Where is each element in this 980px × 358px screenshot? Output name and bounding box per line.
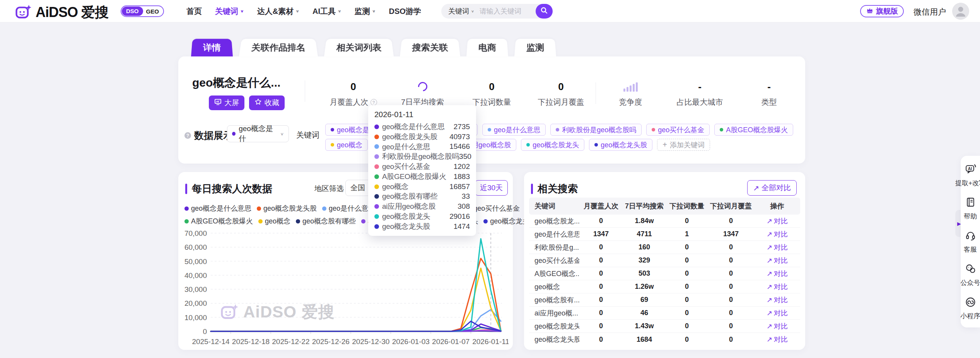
tab-4[interactable]: 电商 [466,39,508,56]
tooltip-row: geo概念股龙头股40973 [374,132,470,142]
big-screen-button[interactable]: 大屏 [209,95,244,110]
keyword-tag[interactable]: geo是什么意思 [482,124,546,136]
nav-item-label: 监测 [355,6,370,17]
search-category-select[interactable]: 关键词∨ [448,7,474,16]
tooltip-series-value: 308 [458,202,470,211]
compare-link[interactable]: ↗对比 [754,269,800,278]
tab-2[interactable]: 相关词列表 [324,39,394,56]
svg-text:2025-12-22: 2025-12-22 [272,338,309,346]
tooltip-color-dot [374,184,379,189]
legend-item[interactable]: geo概念股龙头股 [257,204,317,213]
legend-item[interactable]: geo是什么意思 [322,204,375,213]
legend-item[interactable]: geo概念股有哪些 [296,217,356,226]
keyword-tag-label: A股GEO概念股爆火 [726,125,788,135]
stat-4: 竞争度 [596,79,665,107]
tooltip-color-dot [374,194,379,199]
help-icon [965,197,976,210]
svg-text:40,000: 40,000 [184,271,207,280]
selector-value: geo概念是什 [239,124,277,144]
search-input[interactable]: 请输入关键词 [480,7,521,16]
compare-link[interactable]: ↗对比 [754,309,800,318]
row-keyword: ai应用geo概... [529,309,579,318]
nav-item-5[interactable]: DSO游学 [389,6,421,17]
svg-text:20,000: 20,000 [184,299,207,307]
favorite-button[interactable]: 收藏 [249,95,285,110]
stat-value: - [665,79,734,94]
compare-link[interactable]: ↗对比 [754,230,800,239]
related-search-table: 关键词月覆盖人次7日平均搜索下拉词数量下拉词月覆盖操作 geo概念股龙...01… [529,198,800,346]
nav-item-2[interactable]: 达人&素材∨ [257,6,299,17]
compare-link[interactable]: ↗对比 [754,322,800,331]
row-value: 0 [666,243,708,251]
daily-search-line-chart[interactable]: 010,00020,00030,00040,00050,00060,00070,… [182,230,509,346]
keyword-tag[interactable]: geo概念 [325,139,368,151]
nav-item-3[interactable]: AI工具∨ [312,6,341,17]
sidebar-item-label: 帮助 [964,212,977,221]
tab-0[interactable]: 详情 [191,39,233,56]
sidebar-item-4[interactable]: 小程序 [961,297,980,320]
dso-geo-badge: DSO GEO [121,5,164,17]
keyword-tag[interactable]: 利欧股份是geo概念股吗 [550,124,642,136]
sidebar-item-0[interactable]: AI提取+改写 [955,164,980,188]
stat-value: 0 [457,79,526,94]
compare-all-button[interactable]: ↗ 全部对比 [747,180,797,196]
legend-item[interactable]: A股GEO概念股爆火 [184,217,253,226]
row-keyword: geo概念股有... [529,295,579,305]
tab-1[interactable]: 关联作品排名 [239,39,318,56]
info-icon: ? [184,132,191,139]
keyword-search-bar[interactable]: 关键词∨ 请输入关键词 [441,4,553,19]
nav-item-0[interactable]: 首页 [186,6,202,17]
vip-plan-button[interactable]: 旗舰版 [860,5,904,17]
tag-color-dot [556,128,559,131]
row-value: 0 [579,322,623,330]
tooltip-color-dot [374,224,379,229]
brand-logo[interactable]: AiDSO 爱搜 [15,3,108,22]
username: 微信用户 [913,7,946,17]
compare-link[interactable]: ↗对比 [754,243,800,252]
keyword-tag[interactable]: geo概念股龙头 [521,139,584,151]
row-value: 0 [666,296,708,304]
chart-tooltip: 2026-01-11 geo概念是什么意思2735geo概念股龙头股40973g… [368,105,476,236]
monitor-icon [214,98,222,107]
keyword-tag[interactable]: geo概念龙头股 [589,139,652,151]
tooltip-series-value: 2735 [454,123,470,131]
legend-item[interactable]: geo概念 [258,217,290,226]
keyword-tag[interactable]: A股GEO概念股爆火 [714,124,793,136]
tooltip-row: 利欧股份是geo概念股吗350 [374,152,470,162]
keyword-tag[interactable]: geo买什么基金 [646,124,710,136]
stat-value [596,79,665,94]
row-value: 1.43w [623,322,666,330]
range-30d-button[interactable]: 近30天 [475,180,508,196]
tab-3[interactable]: 搜索关联 [400,39,460,56]
avatar[interactable] [952,3,969,20]
keyword-selector[interactable]: geo概念是什 ∨ [227,125,289,142]
tab-5[interactable]: 监测 [514,39,556,56]
sidebar-item-1[interactable]: 帮助 [964,197,977,221]
legend-label: geo概念股龙头股 [263,204,317,213]
compare-link[interactable]: ↗对比 [754,335,800,344]
row-value: 1684 [623,336,666,344]
tooltip-series-value: 16857 [449,182,470,191]
compare-link[interactable]: ↗对比 [754,256,800,265]
chevron-down-icon: ∨ [240,9,244,13]
search-button[interactable] [536,4,553,19]
tooltip-series-name: geo是什么意思 [382,142,430,152]
compare-link[interactable]: ↗对比 [754,295,800,305]
nav-item-1[interactable]: 关键词∨ [215,6,244,17]
legend-item[interactable]: geo概念是什么意思 [184,204,251,213]
tooltip-series-value: 33 [462,192,470,201]
add-keyword-button[interactable]: +添加关键词 [657,139,710,151]
keyword-row-label: 关键词 [296,130,319,140]
row-action: ↗对比 [754,295,800,305]
selector-color-dot [232,132,236,136]
sidebar-item-3[interactable]: 公众号 [961,263,980,287]
nav-item-label: DSO游学 [389,6,421,17]
table-row: geo概念股龙...01.84w00↗对比 [529,215,800,228]
tag-color-dot [331,128,334,131]
divider [305,80,305,102]
sidebar-item-2[interactable]: 客服 [964,230,977,254]
compare-link-label: 对比 [774,309,788,318]
compare-link[interactable]: ↗对比 [754,282,800,292]
nav-item-4[interactable]: 监测∨ [355,6,376,17]
compare-link[interactable]: ↗对比 [754,217,800,226]
